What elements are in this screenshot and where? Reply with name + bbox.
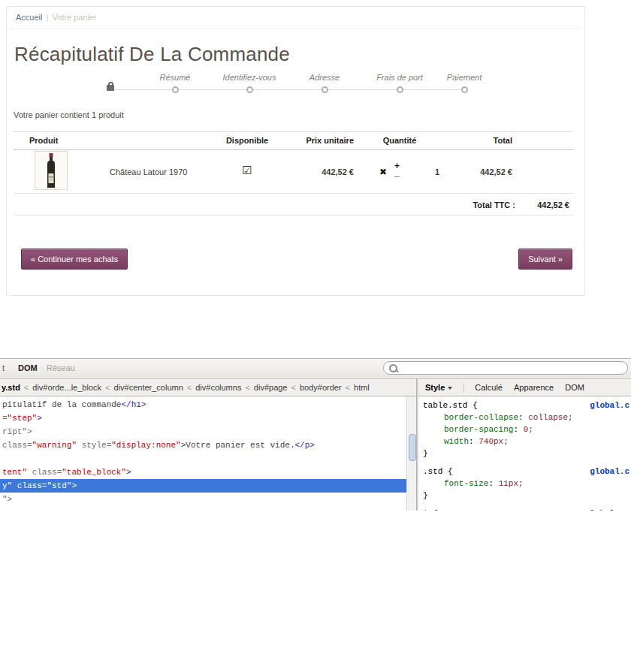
- page-title: Récapitulatif De La Commande: [14, 43, 290, 66]
- tab-dom-side[interactable]: DOM: [565, 383, 584, 392]
- screen: Accueil|Votre panier Récapitulatif De La…: [0, 0, 631, 672]
- availability-check-icon: ☑: [195, 164, 300, 177]
- grand-total-value: 442,52 €: [525, 200, 569, 209]
- path-node-5[interactable]: html: [354, 383, 370, 392]
- css-property-name: font-size: [444, 479, 488, 488]
- table-row-border: [14, 193, 573, 194]
- scrollbar-track[interactable]: [406, 396, 416, 511]
- step-dot-2: [246, 86, 253, 93]
- code-segment: "warning": [32, 441, 77, 450]
- path-node-selected[interactable]: y.std: [2, 383, 20, 392]
- path-separator: <: [105, 383, 110, 392]
- tab-dom[interactable]: DOM: [18, 363, 38, 372]
- stylesheet-link[interactable]: global.c: [590, 466, 629, 478]
- code-segment: [77, 441, 82, 450]
- next-button[interactable]: Suivant »: [518, 249, 572, 270]
- code-segment: [27, 468, 32, 477]
- css-property-value: 11px;: [499, 479, 524, 488]
- devtools-node-path: y.std<div#orde...le_block<div#center_col…: [0, 379, 416, 396]
- code-segment: class=: [32, 468, 62, 477]
- devtools-toolbar: t DOM Réseau: [0, 359, 631, 379]
- breadcrumb: Accueil|Votre panier: [16, 13, 97, 22]
- tab-separator: [463, 383, 464, 393]
- breadcrumb-home-link[interactable]: Accueil: [16, 13, 42, 22]
- tab-layout[interactable]: Apparence: [514, 383, 554, 392]
- code-segment: Votre panier est vide.: [186, 441, 294, 450]
- path-node-4[interactable]: body#order: [300, 383, 342, 392]
- scrollbar-thumb[interactable]: [409, 434, 416, 461]
- header-unit-price: Prix unitaire: [288, 136, 354, 145]
- code-segment: ript">: [2, 427, 32, 436]
- quantity-decrease-icon[interactable]: _: [394, 169, 400, 176]
- css-property-value: 0;: [524, 425, 533, 434]
- html-line-4[interactable]: [0, 452, 406, 466]
- step-dot-1: [172, 86, 179, 93]
- path-separator: <: [245, 383, 249, 392]
- code-segment: >: [37, 414, 42, 423]
- table-bottom-border: [14, 215, 573, 215]
- step-label-5: Paiement: [447, 73, 482, 82]
- quantity-value: 1: [426, 167, 448, 176]
- stylesheet-link[interactable]: global...: [585, 508, 629, 511]
- devtools-search-input[interactable]: [401, 363, 622, 373]
- lock-icon: [107, 85, 114, 91]
- code-segment: y" class="std">: [2, 481, 77, 490]
- css-rule-1: .std {global.cfont-size: 11px;}: [418, 466, 631, 502]
- css-colon: :: [513, 425, 523, 434]
- code-segment: style=: [82, 441, 112, 450]
- html-line-2[interactable]: ript">: [0, 425, 406, 438]
- code-segment: </h1>: [121, 400, 146, 409]
- html-line-7[interactable]: ">: [0, 493, 406, 506]
- tab-style[interactable]: Style: [425, 383, 452, 392]
- css-selector-line: table.std {global.c: [418, 399, 631, 411]
- table-header-border: [14, 149, 573, 150]
- steps-progress-line: [111, 89, 464, 90]
- cart-summary-text: Votre panier contient 1 produit: [14, 110, 124, 119]
- css-rule-0: table.std {global.cborder-collapse: coll…: [418, 399, 631, 460]
- devtools-search-box[interactable]: [383, 361, 628, 375]
- tab-computed[interactable]: Calculé: [475, 383, 503, 392]
- html-line-selected[interactable]: y" class="std">: [0, 479, 406, 493]
- stylesheet-link[interactable]: global.c: [590, 399, 629, 411]
- html-line-3[interactable]: class="warning" style="display:none">Vot…: [0, 438, 406, 452]
- path-separator: <: [346, 383, 350, 392]
- css-selector-line: .std {global.c: [418, 466, 631, 478]
- tab-script-partial[interactable]: t: [2, 363, 5, 372]
- style-panel-tabs: Style Calculé Apparence DOM: [418, 379, 631, 396]
- code-segment: ">: [2, 495, 12, 504]
- step-label-1: Résumé: [160, 73, 191, 82]
- code-segment: "display:none": [111, 441, 180, 450]
- css-close-brace: }: [418, 490, 631, 502]
- html-line-5[interactable]: tent" class="table_block">: [0, 466, 406, 479]
- css-property-line[interactable]: border-collapse: collapse;: [418, 411, 631, 423]
- html-line-0[interactable]: pitulatif de la commande</h1>: [0, 398, 406, 411]
- step-dot-3: [322, 86, 328, 93]
- step-label-3: Adresse: [309, 73, 340, 82]
- css-property-line[interactable]: font-size: 11px;: [418, 478, 631, 490]
- code-segment: pitulatif de la commande: [2, 400, 121, 409]
- delete-item-icon[interactable]: ✖: [379, 167, 387, 177]
- path-node-2[interactable]: div#columns: [195, 383, 241, 392]
- css-property-name: width: [444, 437, 469, 446]
- tab-network[interactable]: Réseau: [47, 363, 75, 372]
- step-dot-4: [397, 86, 403, 93]
- css-selector: .std {: [423, 467, 453, 476]
- path-separator: <: [291, 383, 295, 392]
- product-thumbnail[interactable]: [35, 151, 68, 190]
- unit-price: 442,52 €: [288, 167, 354, 176]
- css-colon: :: [469, 437, 479, 446]
- path-node-3[interactable]: div#page: [254, 383, 288, 392]
- path-node-0[interactable]: div#orde...le_block: [32, 383, 101, 392]
- html-line-1[interactable]: ="step">: [0, 411, 406, 425]
- step-label-4: Frais de port: [376, 73, 423, 82]
- path-node-1[interactable]: div#center_column: [113, 383, 183, 392]
- css-property-line[interactable]: border-spacing: 0;: [418, 423, 631, 435]
- header-quantity: Quantité: [366, 136, 433, 145]
- html-source-panel: pitulatif de la commande</h1>="step">rip…: [0, 396, 406, 511]
- css-property-line[interactable]: width: 740px;: [418, 435, 631, 447]
- css-property-value: 740px;: [479, 437, 509, 446]
- step-label-2: Identifiez-vous: [223, 73, 276, 82]
- continue-shopping-button[interactable]: « Continuer mes achats: [21, 249, 128, 270]
- grand-total-label: Total TTC :: [367, 200, 515, 209]
- code-segment: =: [2, 414, 8, 423]
